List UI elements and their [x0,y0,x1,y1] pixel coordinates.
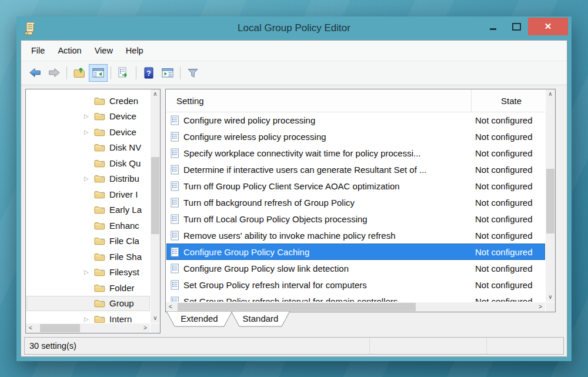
scroll-down-icon[interactable]: ∨ [151,313,160,323]
folder-icon [94,159,105,168]
expand-arrow-icon[interactable]: ▷ [84,113,94,119]
settings-list-panel: Setting State Configure wired policy pro… [165,89,556,312]
folder-icon [94,299,105,308]
menu-action[interactable]: Action [51,46,88,55]
tree-item[interactable]: Enhanc [26,218,150,233]
folder-icon [94,96,105,105]
policy-setting-icon-wrap [171,231,179,241]
filter-button[interactable] [183,64,202,82]
tree-vertical-scrollbar[interactable]: ∧ ∨ [151,89,160,323]
expand-arrow-icon[interactable]: ▷ [84,129,94,135]
close-button[interactable]: ✕ [528,18,568,35]
policy-setting-icon-wrap [171,165,179,175]
policy-setting-icon-wrap [171,214,179,224]
list-hscroll-thumb[interactable] [178,303,416,311]
setting-state: Not configured [469,132,545,142]
folder-icon [94,252,105,261]
titlebar[interactable]: Local Group Policy Editor ✕ [16,16,572,40]
setting-row[interactable]: Specify workplace connectivity wait time… [166,145,545,161]
back-button[interactable] [26,64,45,82]
tree-item[interactable]: Early La [26,202,150,218]
setting-row[interactable]: Set Group Policy refresh interval for co… [166,276,545,293]
setting-state: Not configured [469,296,545,302]
tree-item-label: Filesyst [109,267,139,277]
tree-hscroll-thumb[interactable] [40,324,80,332]
menu-help[interactable]: Help [119,46,150,55]
scrollbar-corner [151,323,160,333]
scroll-left-icon[interactable]: < [166,302,175,312]
scroll-up-icon[interactable]: ∧ [546,89,555,99]
expand-arrow-icon[interactable]: ▷ [84,269,94,275]
export-list-icon [117,66,130,79]
tab-standard[interactable]: Standard [231,311,290,327]
setting-row[interactable]: Configure wired policy processingNot con… [166,112,545,128]
folder-icon [94,190,105,199]
setting-row[interactable]: Set Group Policy refresh interval for do… [166,293,545,302]
setting-row[interactable]: Remove users' ability to invoke machine … [166,227,545,243]
tree-vscroll-thumb[interactable] [151,157,159,234]
tree-horizontal-scrollbar[interactable]: < > [26,323,150,333]
scroll-left-icon[interactable]: < [26,323,35,333]
setting-row[interactable]: Turn off background refresh of Group Pol… [166,194,545,211]
tree-item[interactable]: ▷ Distribu [26,171,150,187]
expand-arrow-icon[interactable]: ▷ [84,316,94,322]
policy-setting-icon-wrap [171,181,179,191]
console-tree-panel: Creden▷ Device▷ Device Disk NV Disk Qu▷ … [25,89,161,333]
tree-item[interactable]: Group [26,296,150,312]
tree-item[interactable]: File Sha [26,249,150,265]
folder-icon [94,236,105,245]
folder-icon [94,205,105,214]
list-vertical-scrollbar[interactable]: ∧ ∨ [546,89,555,302]
scrollbar-corner [546,302,555,312]
export-list-button[interactable] [114,64,133,82]
tree-item[interactable]: Folder [26,280,150,296]
tree-item[interactable]: ▷ Filesyst [26,265,150,281]
scroll-up-icon[interactable]: ∧ [151,89,160,99]
folder-icon [94,315,105,323]
minimize-button[interactable] [481,18,505,35]
setting-state: Not configured [469,247,545,257]
setting-state: Not configured [469,115,545,125]
setting-state: Not configured [469,165,545,175]
tab-extended[interactable]: Extended [166,311,232,327]
menu-view[interactable]: View [88,46,119,55]
maximize-button[interactable] [505,18,528,35]
setting-row[interactable]: Determine if interactive users can gener… [166,161,545,178]
tree-item[interactable]: Disk NV [26,140,150,156]
menu-file[interactable]: File [25,46,51,55]
setting-row[interactable]: Configure wireless policy processingNot … [166,128,545,145]
tree-item[interactable]: Disk Qu [26,155,150,171]
up-one-level-button[interactable] [70,64,89,82]
policy-setting-icon-wrap [171,198,179,208]
scroll-right-icon[interactable]: > [536,302,545,312]
setting-row[interactable]: Configure Group Policy slow link detecti… [166,260,545,276]
scroll-right-icon[interactable]: > [141,323,150,333]
column-header-state[interactable]: State [471,89,545,112]
folder-icon [94,112,105,121]
tree-item[interactable]: File Cla [26,233,150,249]
setting-row[interactable]: Turn off Local Group Policy Objects proc… [166,211,545,227]
view-tabs: Extended Standard [165,311,554,329]
list-horizontal-scrollbar[interactable]: < > [166,302,545,312]
tree-item[interactable]: ▷ Intern [26,311,150,323]
setting-row[interactable]: Turn off Group Policy Client Service AOA… [166,178,545,194]
policy-setting-icon [171,198,179,208]
list-vscroll-thumb[interactable] [546,169,554,233]
show-console-tree-button[interactable] [89,64,108,82]
column-header-setting[interactable]: Setting [166,96,471,106]
tree-item[interactable]: Creden [26,93,150,109]
tree-item[interactable]: Driver I [26,186,150,202]
forward-button[interactable] [45,64,64,82]
tree-item[interactable]: ▷ Device [26,109,150,125]
setting-row[interactable]: Configure Group Policy CachingNot config… [166,243,545,260]
policy-setting-icon [171,214,179,224]
show-properties-button[interactable] [158,64,177,82]
tree-item-label: File Sha [109,252,142,262]
tree-item[interactable]: ▷ Device [26,124,150,140]
setting-name: Determine if interactive users can gener… [183,165,469,175]
expand-arrow-icon[interactable]: ▷ [84,175,94,182]
toolbar-separator [180,66,181,79]
help-button[interactable]: ? [139,64,158,82]
scroll-down-icon[interactable]: ∨ [546,292,555,302]
tree-item-label: Group [109,298,134,308]
